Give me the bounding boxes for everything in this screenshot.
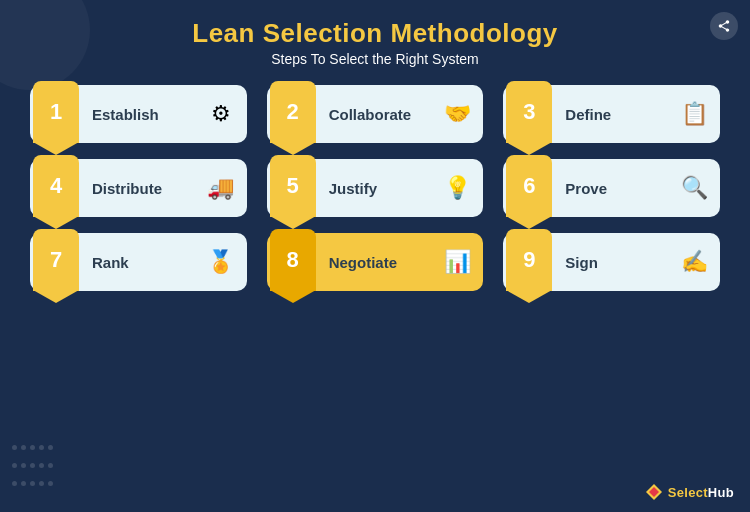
step-label-2: Collaborate <box>319 106 440 123</box>
step-number-8: 8 <box>267 233 319 291</box>
step-num-text-7: 7 <box>50 249 62 271</box>
step-num-text-5: 5 <box>287 175 299 197</box>
step-card-5: 5 Justify 💡 <box>267 159 484 217</box>
step-label-5: Justify <box>319 180 440 197</box>
step-icon-6: 🔍 <box>676 170 712 206</box>
page-header: Lean Selection Methodology Steps To Sele… <box>30 18 720 67</box>
step-card-2: 2 Collaborate 🤝 <box>267 85 484 143</box>
step-card-6: 6 Prove 🔍 <box>503 159 720 217</box>
step-number-6: 6 <box>503 159 555 217</box>
step-num-text-6: 6 <box>523 175 535 197</box>
main-subtitle: Steps To Select the Right System <box>30 51 720 67</box>
brand-icon <box>644 482 664 502</box>
step-num-text-8: 8 <box>287 249 299 271</box>
brand-name: SelectHub <box>668 485 734 500</box>
step-number-4: 4 <box>30 159 82 217</box>
step-card-1: 1 Establish ⚙ <box>30 85 247 143</box>
step-num-text-3: 3 <box>523 101 535 123</box>
step-card-4: 4 Distribute 🚚 <box>30 159 247 217</box>
step-icon-4: 🚚 <box>203 170 239 206</box>
step-num-text-4: 4 <box>50 175 62 197</box>
step-label-3: Define <box>555 106 676 123</box>
step-icon-1: ⚙ <box>203 96 239 132</box>
step-label-9: Sign <box>555 254 676 271</box>
step-icon-5: 💡 <box>439 170 475 206</box>
step-card-8: 8 Negotiate 📊 <box>267 233 484 291</box>
step-num-text-2: 2 <box>287 101 299 123</box>
step-number-5: 5 <box>267 159 319 217</box>
step-card-7: 7 Rank 🏅 <box>30 233 247 291</box>
step-card-3: 3 Define 📋 <box>503 85 720 143</box>
step-icon-3: 📋 <box>676 96 712 132</box>
step-icon-9: ✍ <box>676 244 712 280</box>
main-container: Lean Selection Methodology Steps To Sele… <box>0 0 750 301</box>
step-label-4: Distribute <box>82 180 203 197</box>
step-label-1: Establish <box>82 106 203 123</box>
step-number-9: 9 <box>503 233 555 291</box>
step-num-text-9: 9 <box>523 249 535 271</box>
step-label-7: Rank <box>82 254 203 271</box>
steps-grid: 1 Establish ⚙ 2 Collaborate 🤝 3 Define 📋… <box>30 85 720 291</box>
step-icon-8: 📊 <box>439 244 475 280</box>
step-label-8: Negotiate <box>319 254 440 271</box>
step-num-text-1: 1 <box>50 101 62 123</box>
step-label-6: Prove <box>555 180 676 197</box>
step-icon-2: 🤝 <box>439 96 475 132</box>
step-number-7: 7 <box>30 233 82 291</box>
main-title: Lean Selection Methodology <box>30 18 720 49</box>
step-icon-7: 🏅 <box>203 244 239 280</box>
step-card-9: 9 Sign ✍ <box>503 233 720 291</box>
step-number-1: 1 <box>30 85 82 143</box>
step-number-3: 3 <box>503 85 555 143</box>
step-number-2: 2 <box>267 85 319 143</box>
brand-logo: SelectHub <box>644 482 734 502</box>
